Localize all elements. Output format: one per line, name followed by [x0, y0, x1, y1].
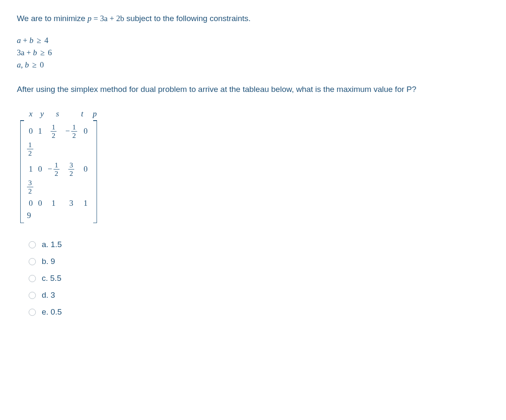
- plus-sign: +: [108, 14, 116, 23]
- intro-prefix: We are to minimize: [17, 14, 88, 23]
- c3-rhs: 0: [40, 60, 44, 69]
- c1-a: a: [17, 36, 21, 45]
- matrix-header-row: x y s t p: [20, 109, 489, 119]
- option-e[interactable]: e. 0.5: [29, 307, 489, 317]
- option-a[interactable]: a. 1.5: [29, 240, 489, 249]
- option-b-label: b. 9: [42, 257, 55, 266]
- matrix-body: 0 1 12 − 12 0 12 1 0: [24, 120, 93, 223]
- c3-a: a: [17, 60, 21, 69]
- c3-ge: ≥: [30, 60, 39, 69]
- r1-t: − 12: [62, 124, 80, 139]
- c3-comma: ,: [21, 60, 25, 69]
- right-bracket: [93, 120, 97, 223]
- option-e-label: e. 0.5: [42, 307, 62, 317]
- var-p: p: [88, 14, 92, 23]
- tableau-matrix: x y s t p 0 1 12 − 12 0: [20, 109, 489, 223]
- radio-icon[interactable]: [29, 258, 36, 265]
- r2-s: − 12: [45, 162, 62, 177]
- r3-y: 0: [35, 199, 45, 208]
- matrix-row-3-aug: 9: [26, 210, 91, 221]
- option-d-label: d. 3: [42, 291, 55, 300]
- r2-p: 0: [80, 164, 91, 174]
- c1-plus: +: [21, 36, 30, 45]
- c1-b: b: [30, 36, 34, 45]
- constraint-1: a + b ≥ 4: [17, 34, 489, 46]
- r3-aug: 9: [26, 211, 32, 220]
- radio-icon[interactable]: [29, 275, 36, 282]
- c1-rhs: 4: [44, 36, 48, 45]
- question-text: After using the simplex method for dual …: [17, 83, 489, 96]
- hdr-t: t: [77, 109, 87, 118]
- c2-rhs: 6: [48, 48, 52, 57]
- r3-p: 1: [80, 199, 91, 208]
- r3-x: 0: [26, 199, 35, 208]
- c2-ge: ≥: [38, 48, 47, 57]
- r1-aug: 12: [26, 141, 34, 157]
- option-d[interactable]: d. 3: [29, 291, 489, 300]
- constraints-block: a + b ≥ 4 3a + b ≥ 6 a, b ≥ 0: [17, 34, 489, 71]
- c2-plus: +: [24, 48, 33, 57]
- radio-icon[interactable]: [29, 292, 36, 299]
- term-2b: 2b: [116, 14, 124, 23]
- r3-s: 1: [45, 199, 62, 208]
- matrix-row-3: 0 0 1 3 1: [26, 197, 91, 210]
- r1-y: 1: [35, 127, 45, 136]
- c2-3a: 3a: [17, 48, 24, 57]
- matrix-row-1: 0 1 12 − 12 0: [26, 122, 91, 140]
- constraint-3: a, b ≥ 0: [17, 59, 489, 71]
- r2-t: 32: [62, 162, 80, 177]
- eq-sign: =: [92, 14, 100, 23]
- intro-suffix: subject to the following constraints.: [124, 14, 250, 23]
- option-c-label: c. 5.5: [42, 274, 61, 283]
- hdr-y: y: [38, 109, 47, 118]
- intro-text: We are to minimize p = 3a + 2b subject t…: [17, 13, 489, 25]
- c3-b: b: [25, 60, 29, 69]
- hdr-s: s: [49, 109, 67, 118]
- c1-ge: ≥: [35, 36, 43, 45]
- r2-y: 0: [35, 164, 45, 174]
- r3-t: 3: [62, 199, 80, 208]
- answer-options: a. 1.5 b. 9 c. 5.5 d. 3 e. 0.5: [29, 240, 489, 317]
- option-b[interactable]: b. 9: [29, 257, 489, 266]
- r1-p: 0: [80, 127, 91, 136]
- term-3a: 3a: [100, 14, 108, 23]
- matrix-row-1-aug: 12: [26, 140, 91, 157]
- r1-s: 12: [45, 124, 62, 139]
- radio-icon[interactable]: [29, 309, 36, 316]
- hdr-p: p: [89, 109, 100, 118]
- option-c[interactable]: c. 5.5: [29, 274, 489, 283]
- left-bracket: [20, 120, 24, 223]
- option-a-label: a. 1.5: [42, 240, 62, 249]
- c2-b: b: [33, 48, 37, 57]
- constraint-2: 3a + b ≥ 6: [17, 46, 489, 59]
- matrix-row-2-aug: 32: [26, 178, 91, 195]
- matrix-row-2: 1 0 − 12 32 0: [26, 160, 91, 178]
- hdr-x: x: [26, 109, 35, 118]
- r1-x: 0: [26, 127, 35, 136]
- radio-icon[interactable]: [29, 241, 36, 248]
- r2-x: 1: [26, 164, 35, 174]
- r2-aug: 32: [26, 179, 34, 195]
